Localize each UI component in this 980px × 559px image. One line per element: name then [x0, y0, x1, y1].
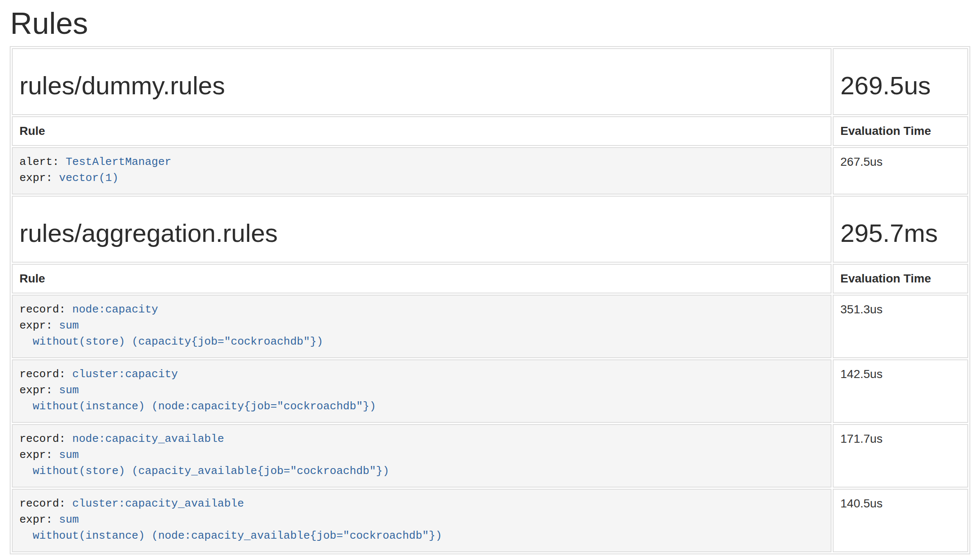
rule-field-key: expr:: [19, 449, 52, 461]
rule-code-cell: record: node:capacityexpr: sum without(s…: [12, 295, 831, 358]
rule-expression-link[interactable]: sum: [52, 513, 79, 526]
rule-evaluation-time: 267.5us: [833, 147, 968, 195]
rule-row: record: cluster:capacity_availableexpr: …: [12, 489, 968, 552]
rule-code-line: expr: sum: [19, 318, 824, 334]
rule-field-key: expr:: [19, 172, 52, 184]
group-header-row: rules/dummy.rules269.5us: [12, 48, 968, 115]
rule-field-key: record:: [19, 433, 66, 445]
rule-code-line: record: cluster:capacity: [19, 366, 824, 382]
rule-code-line: expr: sum: [19, 382, 824, 398]
rules-table-body: rules/dummy.rules269.5usRuleEvaluation T…: [12, 48, 968, 552]
column-header-evaluation-time: Evaluation Time: [833, 116, 968, 146]
rule-expression-link[interactable]: sum: [52, 319, 79, 332]
rule-code-line: expr: sum: [19, 447, 824, 463]
rule-field-key: expr:: [19, 319, 52, 332]
rule-evaluation-time: 351.3us: [833, 295, 968, 358]
group-file-cell: rules/dummy.rules: [12, 48, 831, 115]
group-evaluation-time: 295.7ms: [840, 219, 961, 247]
rule-code-line: record: node:capacity_available: [19, 431, 824, 447]
rule-expression-link[interactable]: node:capacity: [66, 303, 158, 316]
rule-row: alert: TestAlertManagerexpr: vector(1)26…: [12, 147, 968, 195]
rule-field-key: record:: [19, 303, 66, 316]
rule-evaluation-time: 142.5us: [833, 359, 968, 423]
rule-expression-link[interactable]: sum: [52, 449, 79, 461]
rule-code-cell: record: cluster:capacityexpr: sum withou…: [12, 359, 831, 423]
rule-expression-link[interactable]: vector(1): [52, 172, 118, 184]
rule-code-line: record: cluster:capacity_available: [19, 496, 824, 512]
page-title: Rules: [10, 7, 970, 40]
group-file-cell: rules/aggregation.rules: [12, 196, 831, 263]
rules-table: rules/dummy.rules269.5usRuleEvaluation T…: [10, 46, 970, 554]
rule-row: record: cluster:capacityexpr: sum withou…: [12, 359, 968, 423]
rule-expression-link[interactable]: cluster:capacity_available: [66, 497, 244, 510]
column-header-rule: Rule: [12, 116, 831, 146]
rule-code-cell: record: node:capacity_availableexpr: sum…: [12, 424, 831, 488]
group-file-name: rules/dummy.rules: [19, 72, 824, 100]
column-header-row: RuleEvaluation Time: [12, 264, 968, 293]
rule-row: record: node:capacityexpr: sum without(s…: [12, 295, 968, 358]
rule-expression-link[interactable]: without(instance) (node:capacity_availab…: [19, 529, 442, 542]
rule-code-cell: alert: TestAlertManagerexpr: vector(1): [12, 147, 831, 195]
rule-code-line: alert: TestAlertManager: [19, 154, 824, 170]
group-header-row: rules/aggregation.rules295.7ms: [12, 196, 968, 263]
rule-code-line: record: node:capacity: [19, 301, 824, 318]
rule-code-line: without(store) (capacity{job="cockroachd…: [19, 334, 824, 350]
group-file-name: rules/aggregation.rules: [19, 219, 824, 247]
rule-expression-link[interactable]: TestAlertManager: [59, 156, 171, 168]
rule-field-key: expr:: [19, 384, 52, 397]
rule-code-line: expr: vector(1): [19, 170, 824, 186]
rule-evaluation-time: 171.7us: [833, 424, 968, 488]
column-header-evaluation-time: Evaluation Time: [833, 264, 968, 293]
rule-evaluation-time: 140.5us: [833, 489, 968, 552]
rule-code-line: without(instance) (node:capacity_availab…: [19, 528, 824, 544]
rule-row: record: node:capacity_availableexpr: sum…: [12, 424, 968, 488]
rule-expression-link[interactable]: cluster:capacity: [66, 368, 178, 381]
rule-expression-link[interactable]: without(store) (capacity{job="cockroachd…: [19, 335, 323, 348]
rule-expression-link[interactable]: sum: [52, 384, 79, 397]
rule-field-key: record:: [19, 497, 66, 510]
rule-expression-link[interactable]: without(store) (capacity_available{job="…: [19, 465, 389, 477]
rule-field-key: expr:: [19, 513, 52, 526]
rule-expression-link[interactable]: node:capacity_available: [66, 433, 224, 445]
group-time-cell: 295.7ms: [833, 196, 968, 263]
rule-field-key: record:: [19, 368, 66, 381]
column-header-row: RuleEvaluation Time: [12, 116, 968, 146]
rule-code-line: without(store) (capacity_available{job="…: [19, 463, 824, 479]
group-evaluation-time: 269.5us: [840, 72, 961, 100]
rule-expression-link[interactable]: without(instance) (node:capacity{job="co…: [19, 400, 376, 413]
rule-code-cell: record: cluster:capacity_availableexpr: …: [12, 489, 831, 552]
group-time-cell: 269.5us: [833, 48, 968, 115]
rule-code-line: without(instance) (node:capacity{job="co…: [19, 398, 824, 414]
rule-code-line: expr: sum: [19, 512, 824, 528]
rule-field-key: alert:: [19, 156, 59, 168]
column-header-rule: Rule: [12, 264, 831, 293]
